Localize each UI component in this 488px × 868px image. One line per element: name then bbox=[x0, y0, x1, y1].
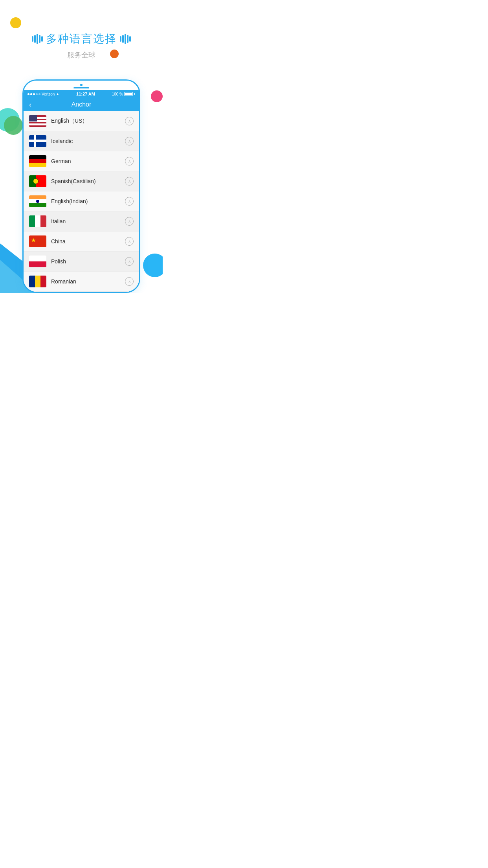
phone-camera-dot bbox=[80, 84, 83, 86]
chevron-up-icon[interactable]: ∧ bbox=[125, 237, 134, 246]
signal-dot bbox=[28, 93, 29, 95]
list-item[interactable]: Polish∧ bbox=[24, 252, 139, 272]
list-item[interactable]: English(Indian)∧ bbox=[24, 191, 139, 211]
flag-romania bbox=[29, 276, 46, 287]
language-name: Spanish(Castilian) bbox=[51, 178, 125, 184]
signal-dot-empty bbox=[39, 93, 40, 95]
chevron-up-icon[interactable]: ∧ bbox=[125, 137, 134, 145]
signal-dot bbox=[33, 93, 35, 95]
chevron-up-icon[interactable]: ∧ bbox=[125, 177, 134, 186]
flag-us bbox=[29, 115, 46, 127]
phone-mockup: Verizon ▲ 11:27 AM 100 % ‹ Anchor Englis… bbox=[22, 79, 140, 293]
signal-dot-empty bbox=[36, 93, 38, 95]
flag-china bbox=[29, 235, 46, 247]
circle-orange-decoration bbox=[110, 50, 119, 58]
circle-yellow-decoration bbox=[10, 17, 21, 28]
language-list: English（US）∧Icelandic∧German∧Spanish(Cas… bbox=[24, 111, 139, 292]
language-name: English（US） bbox=[51, 118, 125, 125]
chevron-up-icon[interactable]: ∧ bbox=[125, 157, 134, 166]
phone-top-area bbox=[24, 81, 139, 90]
status-bar: Verizon ▲ 11:27 AM 100 % bbox=[24, 90, 139, 98]
flag-iceland bbox=[29, 135, 46, 147]
flag-germany bbox=[29, 155, 46, 167]
subtitle: 服务全球 bbox=[8, 50, 155, 60]
language-name: China bbox=[51, 238, 125, 245]
wave-bar bbox=[129, 36, 131, 42]
wave-bar bbox=[125, 34, 126, 44]
chevron-up-icon[interactable]: ∧ bbox=[125, 277, 134, 286]
wave-bar bbox=[32, 36, 33, 42]
status-left: Verizon ▲ bbox=[28, 92, 59, 96]
wave-bar bbox=[39, 35, 40, 43]
phone-mockup-wrapper: Verizon ▲ 11:27 AM 100 % ‹ Anchor Englis… bbox=[0, 72, 163, 293]
wave-right-icon bbox=[120, 34, 131, 44]
chevron-up-icon[interactable]: ∧ bbox=[125, 197, 134, 206]
list-item[interactable]: Icelandic∧ bbox=[24, 131, 139, 151]
phone-speaker bbox=[73, 87, 89, 88]
signal-dots bbox=[28, 93, 40, 95]
wave-bar bbox=[34, 35, 36, 43]
wave-left-icon bbox=[32, 34, 43, 44]
flag-poland bbox=[29, 256, 46, 267]
header-section: 多种语言选择 服务全球 bbox=[0, 0, 163, 72]
language-name: German bbox=[51, 158, 125, 164]
list-item[interactable]: Italian∧ bbox=[24, 211, 139, 232]
page-title: Anchor bbox=[72, 101, 92, 108]
language-name: English(Indian) bbox=[51, 198, 125, 204]
battery-fill bbox=[125, 93, 132, 95]
back-button[interactable]: ‹ bbox=[29, 101, 31, 109]
list-item[interactable]: China∧ bbox=[24, 232, 139, 252]
battery-tip bbox=[134, 93, 135, 95]
battery-percent: 100 % bbox=[112, 92, 123, 96]
wave-bar bbox=[120, 36, 121, 42]
list-item[interactable]: German∧ bbox=[24, 151, 139, 171]
status-time: 11:27 AM bbox=[76, 92, 95, 96]
wave-bar bbox=[41, 36, 43, 42]
language-name: Icelandic bbox=[51, 138, 125, 144]
flag-india bbox=[29, 195, 46, 207]
list-item[interactable]: Spanish(Castilian)∧ bbox=[24, 171, 139, 191]
wave-bar bbox=[37, 34, 38, 44]
chevron-up-icon[interactable]: ∧ bbox=[125, 257, 134, 266]
wave-bar bbox=[122, 35, 124, 43]
language-name: Italian bbox=[51, 218, 125, 224]
chevron-up-icon[interactable]: ∧ bbox=[125, 217, 134, 226]
list-item[interactable]: Romanian∧ bbox=[24, 272, 139, 292]
chevron-up-icon[interactable]: ∧ bbox=[125, 117, 134, 125]
navigation-bar: ‹ Anchor bbox=[24, 98, 139, 111]
header-title-row: 多种语言选择 bbox=[8, 31, 155, 46]
language-name: Romanian bbox=[51, 278, 125, 285]
wifi-icon: ▲ bbox=[56, 92, 59, 96]
status-right: 100 % bbox=[112, 92, 135, 96]
wave-bar bbox=[127, 35, 128, 43]
carrier-name: Verizon bbox=[42, 92, 55, 96]
list-item[interactable]: English（US）∧ bbox=[24, 111, 139, 131]
flag-portugal bbox=[29, 175, 46, 187]
battery-icon bbox=[124, 92, 133, 96]
flag-italy bbox=[29, 215, 46, 227]
language-name: Polish bbox=[51, 258, 125, 265]
signal-dot bbox=[30, 93, 32, 95]
main-title: 多种语言选择 bbox=[46, 31, 117, 46]
